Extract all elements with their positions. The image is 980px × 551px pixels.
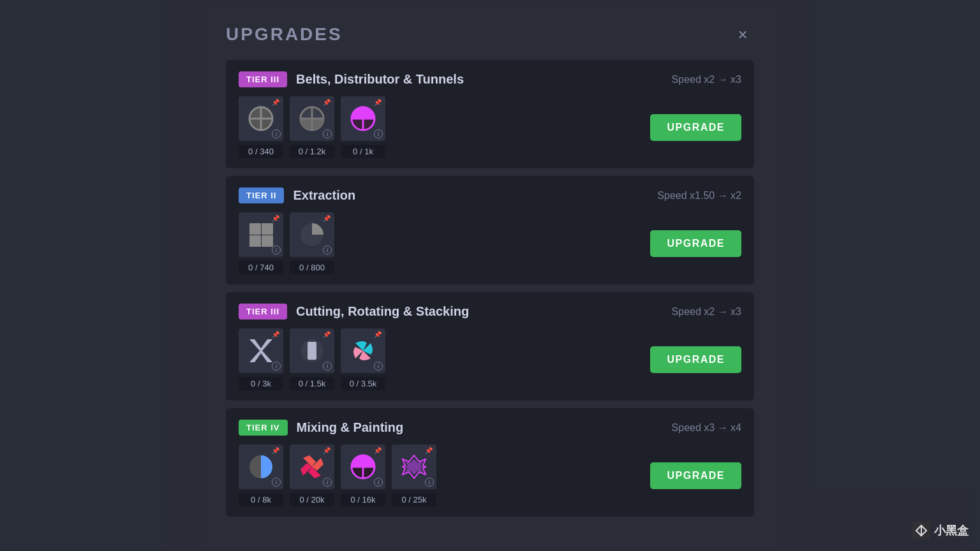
item-cut1: 📌i0 / 3k bbox=[239, 328, 283, 390]
item-ext1-info-icon[interactable]: i bbox=[272, 246, 281, 254]
row-extraction-speed: Speed x1.50 → x2 bbox=[657, 190, 741, 202]
item-belt1-info-icon[interactable]: i bbox=[272, 129, 281, 138]
item-cut3-info-icon[interactable]: i bbox=[374, 362, 383, 371]
item-cut2-pin-icon: 📌 bbox=[323, 331, 332, 340]
item-mix2-count: 0 / 20k bbox=[290, 493, 334, 506]
row-extraction-name: Extraction bbox=[293, 188, 355, 203]
modal-title: UPGRADES bbox=[226, 24, 343, 45]
belt-icon bbox=[247, 105, 275, 133]
item-belt1-count: 0 / 340 bbox=[239, 145, 283, 158]
watermark-logo-icon bbox=[912, 522, 930, 540]
item-belt3-info-icon[interactable]: i bbox=[374, 129, 383, 138]
row-cutting-header: TIER IIICutting, Rotating & StackingSpee… bbox=[239, 304, 741, 320]
item-ext2: 📌i0 / 800 bbox=[290, 212, 334, 274]
row-cutting-upgrade-button[interactable]: UPGRADE bbox=[650, 346, 741, 373]
painter-icon bbox=[298, 453, 326, 481]
item-ext1-wrap: 📌i bbox=[239, 212, 283, 257]
item-belt1-wrap: 📌i bbox=[239, 96, 283, 141]
row-extraction-tier-badge: TIER II bbox=[239, 187, 284, 203]
item-mix2-info-icon[interactable]: i bbox=[323, 478, 332, 487]
item-ext1: 📌i0 / 740 bbox=[239, 212, 283, 274]
row-extraction-header: TIER IIExtractionSpeed x1.50 → x2 bbox=[239, 187, 741, 203]
item-ext2-wrap: 📌i bbox=[290, 212, 334, 257]
item-cut2-count: 0 / 1.5k bbox=[290, 377, 334, 390]
item-cut1-info-icon[interactable]: i bbox=[272, 362, 281, 371]
pie-icon bbox=[298, 221, 326, 249]
upgrades-modal: UPGRADES × TIER IIIBelts, Distributor & … bbox=[203, 4, 777, 547]
row-extraction-upgrade-button[interactable]: UPGRADE bbox=[650, 230, 741, 257]
svg-rect-9 bbox=[249, 223, 261, 235]
item-cut2-info-icon[interactable]: i bbox=[323, 362, 332, 371]
item-mix4: 📌i0 / 25k bbox=[392, 444, 436, 506]
row-mixing-header: TIER IVMixing & PaintingSpeed x3 → x4 bbox=[239, 420, 741, 436]
item-mix1: 📌i0 / 8k bbox=[239, 444, 283, 506]
item-mix2-pin-icon: 📌 bbox=[323, 447, 332, 456]
paint3-icon bbox=[400, 453, 428, 481]
distributor-icon bbox=[298, 105, 326, 133]
item-belt2-pin-icon: 📌 bbox=[323, 99, 332, 108]
item-belt3-pin-icon: 📌 bbox=[374, 99, 383, 108]
item-ext1-count: 0 / 740 bbox=[239, 261, 283, 274]
cutter-icon bbox=[247, 337, 275, 365]
close-button[interactable]: × bbox=[731, 23, 754, 46]
item-mix4-pin-icon: 📌 bbox=[425, 447, 434, 456]
item-cut3: 📌i0 / 3.5k bbox=[341, 328, 385, 390]
item-cut1-count: 0 / 3k bbox=[239, 377, 283, 390]
item-cut3-count: 0 / 3.5k bbox=[341, 377, 385, 390]
row-cutting-tier-badge: TIER III bbox=[239, 304, 287, 320]
row-cutting-name: Cutting, Rotating & Stacking bbox=[296, 304, 469, 319]
watermark-text: 小黑盒 bbox=[934, 523, 969, 538]
watermark: 小黑盒 bbox=[912, 522, 969, 540]
row-cutting-speed: Speed x2 → x3 bbox=[672, 306, 741, 318]
row-belts-tier-badge: TIER III bbox=[239, 71, 287, 87]
paint2-icon bbox=[349, 453, 377, 481]
item-ext1-pin-icon: 📌 bbox=[272, 215, 281, 224]
row-belts-speed: Speed x2 → x3 bbox=[672, 74, 741, 85]
item-belt3: 📌i0 / 1k bbox=[341, 96, 385, 158]
item-mix2: 📌i0 / 20k bbox=[290, 444, 334, 506]
item-belt1: 📌i0 / 340 bbox=[239, 96, 283, 158]
svg-rect-11 bbox=[249, 235, 261, 247]
svg-rect-10 bbox=[262, 223, 273, 235]
row-belts: TIER IIIBelts, Distributor & TunnelsSpee… bbox=[226, 60, 754, 168]
item-belt3-count: 0 / 1k bbox=[341, 145, 385, 158]
item-mix1-count: 0 / 8k bbox=[239, 493, 283, 506]
svg-rect-15 bbox=[308, 342, 316, 360]
rotator-icon bbox=[298, 337, 326, 365]
item-belt2-wrap: 📌i bbox=[290, 96, 334, 141]
modal-header: UPGRADES × bbox=[226, 23, 754, 46]
row-cutting: TIER IIICutting, Rotating & StackingSpee… bbox=[226, 292, 754, 400]
item-cut3-pin-icon: 📌 bbox=[374, 331, 383, 340]
row-belts-upgrade-button[interactable]: UPGRADE bbox=[650, 114, 741, 141]
item-mix3-count: 0 / 16k bbox=[341, 493, 385, 506]
item-mix4-info-icon[interactable]: i bbox=[425, 478, 434, 487]
item-belt3-wrap: 📌i bbox=[341, 96, 385, 141]
item-belt2-info-icon[interactable]: i bbox=[323, 129, 332, 138]
item-cut1-pin-icon: 📌 bbox=[272, 331, 281, 340]
item-belt2-count: 0 / 1.2k bbox=[290, 145, 334, 158]
stacker-icon bbox=[349, 337, 377, 365]
item-ext2-info-icon[interactable]: i bbox=[323, 246, 332, 254]
row-mixing: TIER IVMixing & PaintingSpeed x3 → x4📌i0… bbox=[226, 408, 754, 517]
item-cut2-wrap: 📌i bbox=[290, 328, 334, 373]
item-belt2: 📌i0 / 1.2k bbox=[290, 96, 334, 158]
item-mix1-wrap: 📌i bbox=[239, 444, 283, 489]
item-mix4-count: 0 / 25k bbox=[392, 493, 436, 506]
row-extraction: TIER IIExtractionSpeed x1.50 → x2📌i0 / 7… bbox=[226, 176, 754, 284]
item-mix2-wrap: 📌i bbox=[290, 444, 334, 489]
item-ext2-count: 0 / 800 bbox=[290, 261, 334, 274]
item-mix1-pin-icon: 📌 bbox=[272, 447, 281, 456]
item-mix3-info-icon[interactable]: i bbox=[374, 478, 383, 487]
row-mixing-tier-badge: TIER IV bbox=[239, 420, 288, 436]
item-cut3-wrap: 📌i bbox=[341, 328, 385, 373]
item-belt1-pin-icon: 📌 bbox=[272, 99, 281, 108]
row-mixing-upgrade-button[interactable]: UPGRADE bbox=[650, 462, 741, 489]
grid-icon bbox=[247, 221, 275, 249]
row-belts-header: TIER IIIBelts, Distributor & TunnelsSpee… bbox=[239, 71, 741, 87]
item-mix1-info-icon[interactable]: i bbox=[272, 478, 281, 487]
item-mix3-wrap: 📌i bbox=[341, 444, 385, 489]
item-ext2-pin-icon: 📌 bbox=[323, 215, 332, 224]
tunnel-icon bbox=[349, 105, 377, 133]
item-mix4-wrap: 📌i bbox=[392, 444, 436, 489]
item-mix3: 📌i0 / 16k bbox=[341, 444, 385, 506]
